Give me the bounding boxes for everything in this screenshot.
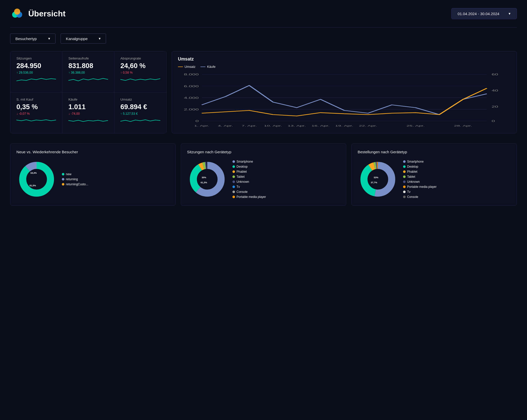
svg-text:13. Apr.: 13. Apr.: [288, 124, 306, 127]
legend-console-b: Console: [403, 195, 437, 199]
legend-smartphone-s: Smartphone: [232, 160, 266, 163]
metric-value-sitzungen: 284.950: [16, 62, 56, 70]
metrics-grid: Sitzungen 284.950 ↑ 29.536,00 Seitenaufr…: [10, 51, 167, 133]
header-divider: [10, 27, 517, 27]
neue-besucher-card: Neue vs. Wiederkehrende Besucher 18,4% 8…: [10, 143, 176, 206]
svg-text:4.000: 4.000: [184, 96, 199, 100]
legend-desktop-b: Desktop: [403, 165, 437, 168]
svg-text:19. Apr.: 19. Apr.: [335, 124, 353, 127]
logo-area: Übersicht: [10, 8, 66, 20]
legend-umsatz: Umsatz: [178, 65, 195, 69]
metric-s-mit-kauf: S. mit Kauf 0,35 % ↓ -0,07 %: [10, 93, 62, 133]
legend-returning: returning: [62, 177, 88, 181]
neue-besucher-donut-area: 18,4% 81,5% new returning returningCusto…: [16, 159, 169, 199]
svg-text:6.000: 6.000: [184, 84, 199, 88]
bestellungen-geraet-donut-area: 53% 37,7% Smartphone Desktop Phablet: [358, 159, 511, 199]
svg-point-47: [368, 169, 388, 189]
legend-tv-s: Tv: [232, 185, 266, 189]
legend-returning-dot: [62, 178, 64, 181]
page-title: Übersicht: [28, 9, 66, 18]
svg-text:2.000: 2.000: [184, 108, 199, 111]
bestellungen-geraet-title: Bestellungen nach Gerätetyp: [358, 150, 511, 154]
neue-besucher-donut: 18,4% 81,5%: [16, 159, 57, 199]
date-range-picker[interactable]: 01.04.2024 - 30.04.2024 ▾: [451, 8, 517, 19]
metric-delta-seitenaufrufe: ↑ 36.388,00: [68, 71, 108, 74]
legend-returning-custo-label: returningCusto...: [66, 183, 88, 186]
app-logo: [10, 8, 24, 20]
legend-phablet-b: Phablet: [403, 170, 437, 173]
legend-returning-custo: returningCusto...: [62, 183, 88, 186]
besuchertyp-label: Besuchertyp: [15, 37, 37, 41]
besuchertyp-filter[interactable]: Besuchertyp ▾: [10, 34, 56, 44]
legend-tablet-s: Tablet: [232, 175, 266, 178]
umsatz-line-chart: 8.000 6.000 4.000 2.000 0 60 40 20 0 1. …: [178, 72, 511, 127]
bestellungen-geraet-card: Bestellungen nach Gerätetyp 53% 37,7% Sm…: [351, 143, 517, 206]
sitzungen-geraet-donut-area: 30% 61,3% Smartphone Desktop Phablet: [187, 159, 340, 199]
sparkline-s-mit-kauf: [16, 117, 56, 124]
sparkline-absprungrate: [120, 76, 160, 82]
legend-new-dot: [62, 173, 64, 175]
metric-label-kauefe: Käufe: [68, 98, 108, 101]
svg-text:18,4%: 18,4%: [30, 172, 37, 174]
svg-text:30%: 30%: [202, 176, 206, 179]
metric-value-absprungrate: 24,60 %: [120, 62, 160, 70]
svg-text:22. Apr.: 22. Apr.: [359, 124, 377, 127]
metric-delta-kauefe: ↓ -74,00: [68, 112, 108, 115]
bestellungen-geraet-legend: Smartphone Desktop Phablet Tablet Unknow…: [403, 160, 437, 199]
svg-text:20: 20: [492, 105, 498, 108]
sparkline-sitzungen: [16, 76, 56, 82]
svg-text:0: 0: [492, 119, 495, 123]
metric-kauefe: Käufe 1.011 ↓ -74,00: [62, 93, 114, 133]
metric-umsatz: Umsatz 69.894 € ↑ 5.127,53 €: [114, 93, 166, 133]
metric-label-seitenaufrufe: Seitenaufrufe: [68, 56, 108, 60]
sitzungen-geraet-legend: Smartphone Desktop Phablet Tablet Unknow…: [232, 160, 266, 199]
metric-seitenaufrufe: Seitenaufrufe 831.808 ↑ 36.388,00: [62, 51, 114, 93]
legend-smartphone-b: Smartphone: [403, 160, 437, 163]
legend-kauefe-dot: [200, 67, 205, 67]
svg-text:28. Apr.: 28. Apr.: [454, 124, 472, 127]
svg-text:4. Apr.: 4. Apr.: [218, 124, 233, 127]
neue-besucher-legend: new returning returningCusto...: [62, 172, 88, 186]
svg-text:81,5%: 81,5%: [30, 184, 36, 187]
sitzungen-geraet-donut: 30% 61,3%: [187, 159, 227, 199]
filter-bar: Besuchertyp ▾ Kanalgruppe ▾: [10, 34, 517, 44]
legend-portable-b: Portable media player: [403, 185, 437, 189]
legend-umsatz-dot: [178, 67, 183, 67]
metric-sitzungen: Sitzungen 284.950 ↑ 29.536,00: [10, 51, 62, 93]
legend-umsatz-label: Umsatz: [185, 65, 195, 69]
legend-phablet-s: Phablet: [232, 170, 266, 173]
sparkline-kauefe: [68, 117, 108, 124]
legend-new-label: new: [66, 172, 71, 176]
header: Übersicht 01.04.2024 - 30.04.2024 ▾: [10, 8, 517, 20]
kanalgruppe-label: Kanalgruppe: [66, 37, 88, 41]
svg-text:25. Apr.: 25. Apr.: [407, 124, 425, 127]
metric-value-seitenaufrufe: 831.808: [68, 62, 108, 70]
metric-delta-s-mit-kauf: ↓ -0,07 %: [16, 112, 56, 115]
metric-absprungrate: Absprungrate 24,60 % ↑ 0,58 %: [114, 51, 166, 93]
svg-text:40: 40: [492, 89, 498, 92]
bottom-charts-section: Neue vs. Wiederkehrende Besucher 18,4% 8…: [10, 143, 517, 206]
legend-portable-s: Portable media player: [232, 195, 266, 199]
metric-label-s-mit-kauf: S. mit Kauf: [16, 98, 56, 101]
legend-desktop-s: Desktop: [232, 165, 266, 168]
metric-delta-umsatz: ↑ 5.127,53 €: [120, 112, 160, 115]
sparkline-seitenaufrufe: [68, 76, 108, 82]
metric-delta-sitzungen: ↑ 29.536,00: [16, 71, 56, 74]
legend-kauefe: Käufe: [200, 65, 215, 69]
besuchertyp-chevron: ▾: [48, 36, 50, 41]
date-picker-chevron: ▾: [509, 11, 511, 16]
svg-text:37,7%: 37,7%: [371, 181, 377, 184]
legend-unknown-b: Unknown: [403, 180, 437, 184]
metric-label-absprungrate: Absprungrate: [120, 56, 160, 60]
legend-kauefe-label: Käufe: [207, 65, 215, 69]
sparkline-umsatz: [120, 117, 160, 124]
legend-new: new: [62, 172, 88, 176]
legend-tablet-b: Tablet: [403, 175, 437, 178]
sitzungen-geraet-title: Sitzungen nach Gerätetyp: [187, 150, 340, 154]
kanalgruppe-filter[interactable]: Kanalgruppe ▾: [61, 34, 106, 44]
svg-text:7. Apr.: 7. Apr.: [242, 124, 257, 127]
metric-label-sitzungen: Sitzungen: [16, 56, 56, 60]
legend-returning-label: returning: [66, 177, 78, 181]
metric-label-umsatz: Umsatz: [120, 98, 160, 101]
umsatz-chart-legend: Umsatz Käufe: [178, 65, 511, 69]
